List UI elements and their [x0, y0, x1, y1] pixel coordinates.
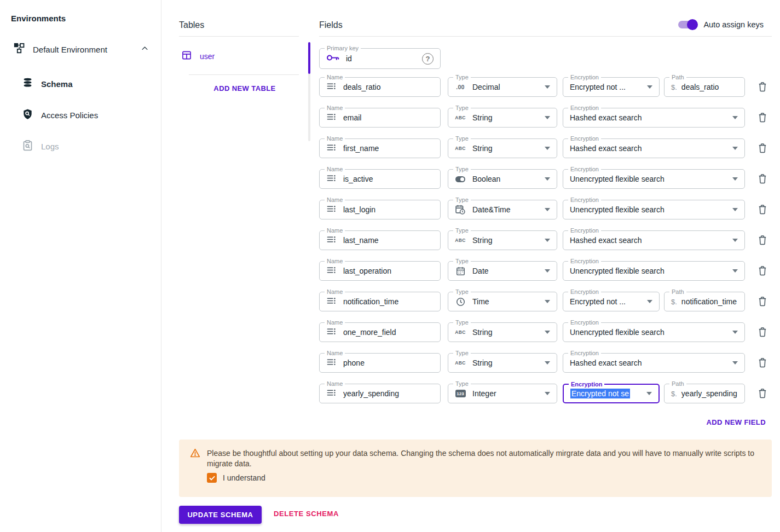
- field-type-select[interactable]: Type ABC String: [448, 108, 557, 128]
- field-type-select[interactable]: Type ABC String: [448, 353, 557, 373]
- field-name-input[interactable]: Name last_login: [319, 200, 441, 219]
- field-name-value: last_name: [343, 236, 379, 245]
- field-name-input[interactable]: Name first_name: [319, 138, 441, 158]
- delete-field-button[interactable]: [755, 387, 770, 401]
- field-name-input[interactable]: Name notification_time: [319, 292, 441, 311]
- environment-selector[interactable]: Default Environment: [13, 42, 149, 57]
- checkbox-checked-icon[interactable]: [207, 473, 217, 483]
- primary-key-label: Primary key: [325, 45, 361, 52]
- field-path-input[interactable]: Path $. yearly_spending: [664, 384, 745, 403]
- drag-handle-icon[interactable]: [326, 82, 337, 93]
- dropdown-arrow-icon: [732, 116, 738, 119]
- field-encryption-select[interactable]: Encryption Unencrypted flexible search: [563, 322, 745, 342]
- clock-icon: [455, 297, 466, 307]
- field-path-input[interactable]: Path $. notification_time: [664, 292, 745, 311]
- delete-field-button[interactable]: [755, 356, 770, 371]
- drag-handle-icon[interactable]: [326, 174, 337, 185]
- field-type-value: Date: [472, 267, 489, 275]
- drag-handle-icon[interactable]: [326, 296, 337, 308]
- field-type-select[interactable]: Type ABC String: [448, 322, 557, 342]
- drag-handle-icon[interactable]: [326, 388, 337, 400]
- field-type-select[interactable]: Type 123 Integer: [448, 384, 557, 403]
- drag-handle-icon[interactable]: [326, 204, 337, 216]
- field-type-select[interactable]: Type Date: [448, 261, 557, 281]
- delete-field-button[interactable]: [755, 326, 770, 340]
- drag-handle-icon[interactable]: [326, 265, 337, 277]
- tables-panel-title: Tables: [179, 20, 204, 30]
- field-name-value: email: [343, 113, 361, 122]
- delete-field-button[interactable]: [755, 203, 770, 217]
- sidebar: Environments Default Environment Schema …: [0, 0, 161, 532]
- jsonpath-prefix: $.: [671, 298, 677, 306]
- auto-assign-keys-label: Auto assign keys: [703, 20, 764, 29]
- field-encryption-select[interactable]: Encryption Encrypted not se: [563, 384, 660, 403]
- field-encryption-value: Hashed exact search: [570, 144, 642, 153]
- delete-field-button[interactable]: [755, 172, 770, 187]
- table-list-item[interactable]: user: [181, 44, 299, 68]
- field-name-input[interactable]: Name yearly_spending: [319, 384, 441, 403]
- field-path-input[interactable]: Path $. deals_ratio: [664, 77, 745, 97]
- field-encryption-select[interactable]: Encryption Hashed exact search: [563, 353, 745, 373]
- delete-field-button[interactable]: [755, 80, 770, 95]
- field-type-select[interactable]: Type ABC String: [448, 138, 557, 158]
- field-name-input[interactable]: Name one_more_field: [319, 322, 441, 342]
- drag-handle-icon[interactable]: [326, 357, 337, 369]
- auto-assign-keys-toggle[interactable]: Auto assign keys: [678, 20, 764, 29]
- dropdown-arrow-icon: [732, 208, 738, 211]
- field-name-input[interactable]: Name deals_ratio: [319, 77, 441, 97]
- field-encryption-select[interactable]: Encryption Hashed exact search: [563, 230, 745, 250]
- field-type-select[interactable]: Type Date&Time: [448, 200, 557, 219]
- primary-key-field[interactable]: Primary key id ?: [319, 48, 441, 69]
- field-name-input[interactable]: Name last_name: [319, 230, 441, 250]
- update-schema-button[interactable]: UPDATE SCHEMA: [179, 506, 262, 524]
- delete-schema-button[interactable]: DELETE SCHEMA: [270, 509, 342, 518]
- field-name-input[interactable]: Name last_operation: [319, 261, 441, 281]
- field-type-select[interactable]: Type .00 Decimal: [448, 77, 557, 97]
- add-new-table-button[interactable]: ADD NEW TABLE: [184, 84, 305, 93]
- drag-handle-icon[interactable]: [326, 235, 337, 246]
- dropdown-arrow-icon: [647, 300, 652, 303]
- field-name-value: notification_time: [343, 297, 398, 306]
- field-type-select[interactable]: Type ABC String: [448, 230, 557, 250]
- field-encryption-select[interactable]: Encryption Unencrypted flexible search: [563, 261, 745, 281]
- field-encryption-select[interactable]: Encryption Hashed exact search: [563, 108, 745, 128]
- field-name-value: one_more_field: [343, 328, 396, 337]
- sidebar-title: Environments: [11, 14, 66, 23]
- dropdown-arrow-icon: [732, 147, 738, 150]
- field-name-value: phone: [343, 358, 365, 367]
- field-name-input[interactable]: Name email: [319, 108, 441, 128]
- delete-field-button[interactable]: [755, 142, 770, 156]
- sidebar-item-logs[interactable]: Logs: [22, 138, 142, 154]
- field-encryption-select[interactable]: Encryption Hashed exact search: [563, 138, 745, 158]
- warning-text: Please be thoughtful about setting up yo…: [207, 448, 757, 469]
- sidebar-item-access-policies[interactable]: Access Policies: [22, 107, 142, 123]
- field-name-value: last_operation: [343, 267, 391, 275]
- drag-handle-icon[interactable]: [326, 143, 337, 154]
- drag-handle-icon[interactable]: [326, 327, 337, 338]
- drag-handle-icon[interactable]: [326, 112, 337, 124]
- i-understand-checkbox[interactable]: I understand: [207, 473, 265, 483]
- field-encryption-value: Encrypted not ...: [570, 297, 626, 306]
- delete-field-button[interactable]: [755, 295, 770, 309]
- help-icon[interactable]: ?: [422, 53, 434, 65]
- field-encryption-select[interactable]: Encryption Encrypted not ...: [563, 77, 660, 97]
- fields-scrollbar-thumb[interactable]: [308, 42, 310, 74]
- delete-field-button[interactable]: [755, 234, 770, 248]
- delete-field-button[interactable]: [755, 111, 770, 125]
- field-type-select[interactable]: Type Time: [448, 292, 557, 311]
- toggle-switch-icon[interactable]: [678, 21, 696, 28]
- add-new-field-button[interactable]: ADD NEW FIELD: [703, 418, 769, 427]
- field-name-input[interactable]: Name phone: [319, 353, 441, 373]
- field-row: Name deals_ratio Type .00 Decimal Encryp…: [319, 77, 779, 97]
- field-type-select[interactable]: Type Boolean: [448, 169, 557, 189]
- environment-label: Default Environment: [33, 45, 107, 54]
- field-encryption-select[interactable]: Encryption Unencrypted flexible search: [563, 169, 745, 189]
- delete-field-button[interactable]: [755, 264, 770, 279]
- abc-icon: ABC: [455, 146, 466, 151]
- field-name-input[interactable]: Name is_active: [319, 169, 441, 189]
- field-encryption-select[interactable]: Encryption Unencrypted flexible search: [563, 200, 745, 219]
- field-encryption-value: Hashed exact search: [570, 236, 642, 245]
- field-encryption-select[interactable]: Encryption Encrypted not ...: [563, 292, 660, 311]
- sidebar-item-schema[interactable]: Schema: [22, 76, 142, 92]
- chevron-up-icon[interactable]: [141, 44, 149, 55]
